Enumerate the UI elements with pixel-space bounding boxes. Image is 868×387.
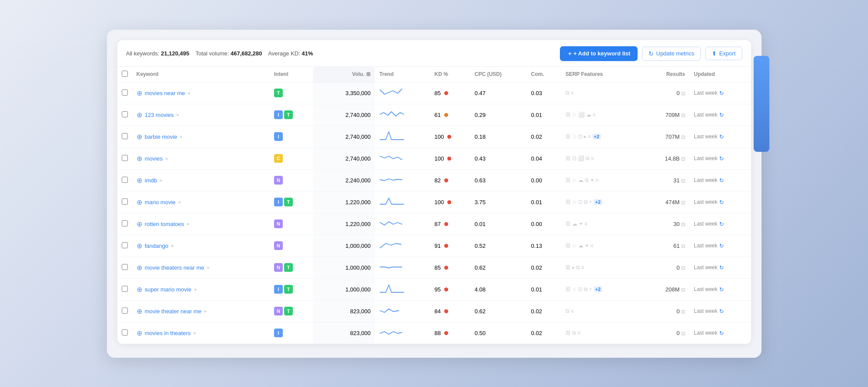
row-refresh-icon[interactable]: ↻	[719, 177, 724, 184]
serp-plus-badge: +2	[592, 134, 601, 140]
kd-cell: 100	[430, 126, 470, 147]
keyword-link[interactable]: fandango	[145, 243, 168, 249]
select-all-checkbox[interactable]	[122, 71, 128, 77]
serp-icon-pages: ⧉	[566, 308, 570, 314]
serp-icon-twitter: ✦	[579, 221, 583, 227]
serp-icon-star: ☆	[572, 199, 577, 205]
row-checkbox[interactable]	[122, 177, 128, 183]
row-checkbox-cell	[117, 191, 132, 213]
export-button[interactable]: ⬆ Export	[705, 47, 742, 60]
row-checkbox[interactable]	[122, 199, 128, 205]
row-refresh-icon[interactable]: ↻	[719, 264, 724, 271]
add-keyword-icon[interactable]: ⊕	[137, 220, 142, 228]
add-keyword-icon[interactable]: ⊕	[137, 285, 142, 294]
intent-cell: IT	[270, 104, 313, 126]
keyword-link[interactable]: movies	[145, 155, 163, 162]
row-checkbox[interactable]	[122, 242, 128, 248]
row-refresh-icon[interactable]: ↻	[719, 330, 724, 336]
serp-icon-link: ⛓	[566, 199, 571, 205]
row-refresh-icon[interactable]: ↻	[719, 286, 724, 293]
intent-badge-T: T	[284, 285, 293, 294]
row-checkbox[interactable]	[122, 286, 128, 292]
keyword-expand-icon: »	[193, 330, 196, 336]
th-keyword: Keyword	[132, 67, 270, 82]
updated-cell: Last week ↻	[690, 191, 751, 213]
row-checkbox[interactable]	[122, 220, 128, 226]
volume-cell: 823,000	[313, 300, 375, 322]
keyword-link[interactable]: movie theaters near me	[145, 264, 205, 271]
row-checkbox[interactable]	[122, 133, 128, 139]
keyword-link[interactable]: movies near me	[145, 90, 185, 96]
com-cell: 0.13	[527, 235, 561, 257]
table-row: ⊕ movies » C 2,740,000 100 0.43 0.04 ⛓⊡⬜…	[117, 147, 751, 169]
keyword-link[interactable]: mario movie	[145, 199, 176, 205]
row-checkbox[interactable]	[122, 329, 128, 336]
updated-cell: Last week ↻	[690, 82, 751, 104]
volume-filter-icon[interactable]: ⊞	[366, 71, 371, 77]
row-refresh-icon[interactable]: ↻	[719, 134, 724, 140]
kd-dot	[444, 178, 448, 182]
updated-cell: Last week ↻	[690, 213, 751, 235]
row-refresh-icon[interactable]: ↻	[719, 199, 724, 205]
serp-icon-plus: +	[589, 199, 592, 205]
add-keyword-icon[interactable]: ⊕	[137, 307, 142, 315]
add-to-keyword-list-button[interactable]: ＋ + Add to keyword list	[560, 46, 638, 61]
keyword-link[interactable]: movies in theaters	[145, 330, 191, 336]
keyword-link[interactable]: barbie movie	[145, 134, 177, 140]
kd-cell: 84	[430, 300, 470, 322]
add-keyword-icon[interactable]: ⊕	[137, 264, 142, 272]
keyword-expand-icon: »	[207, 265, 209, 270]
kd-dot	[444, 309, 448, 313]
add-keyword-icon[interactable]: ⊕	[137, 133, 142, 141]
row-refresh-icon[interactable]: ↻	[719, 308, 724, 315]
serp-icon-cloud: ☁	[586, 112, 591, 118]
add-keyword-icon[interactable]: ⊕	[137, 111, 142, 119]
trend-cell	[375, 257, 430, 278]
table-row: ⊕ movie theaters near me » NT 1,000,000 …	[117, 257, 751, 278]
row-checkbox[interactable]	[122, 308, 128, 314]
serp-cell: ⛓☆⊡⧉++2	[561, 191, 644, 213]
add-keyword-icon[interactable]: ⊕	[137, 89, 142, 97]
results-cell: 14,8B ⊡	[644, 147, 690, 169]
updated-text: Last week	[694, 221, 717, 227]
add-keyword-icon[interactable]: ⊕	[137, 198, 142, 206]
add-keyword-icon[interactable]: ⊕	[137, 176, 142, 185]
row-refresh-icon[interactable]: ↻	[719, 243, 724, 249]
update-metrics-button[interactable]: ↻ Update metrics	[642, 47, 701, 61]
keyword-link[interactable]: 123 movies	[145, 112, 174, 118]
keyword-cell: ⊕ movie theater near me »	[132, 300, 270, 322]
keyword-expand-icon: »	[204, 308, 207, 314]
intent-cell: IT	[270, 191, 313, 213]
row-checkbox[interactable]	[122, 89, 128, 96]
export-icon: ⬆	[712, 50, 717, 57]
results-cell: 709M ⊡	[644, 104, 690, 126]
intent-badge-T: T	[284, 307, 293, 315]
row-checkbox[interactable]	[122, 155, 128, 161]
keyword-link[interactable]: movie theater near me	[145, 308, 202, 315]
cpc-cell: 0.63	[470, 169, 526, 191]
add-keyword-icon[interactable]: ⊕	[137, 154, 142, 163]
serp-icon-cloud: ☁	[578, 177, 583, 183]
row-refresh-icon[interactable]: ↻	[719, 155, 724, 162]
add-keyword-icon[interactable]: ⊕	[137, 242, 142, 250]
row-refresh-icon[interactable]: ↻	[719, 221, 724, 227]
volume-cell: 3,350,000	[313, 82, 375, 104]
keyword-cell: ⊕ barbie movie »	[132, 126, 270, 147]
serp-icon-star: ☆	[572, 243, 577, 249]
serp-icon-star: ☆	[572, 134, 577, 140]
serp-features: ⛓▸⧉≡	[566, 264, 639, 271]
kd-cell: 88	[430, 322, 470, 344]
keyword-link[interactable]: imdb	[145, 177, 157, 184]
serp-icon-chat: ⬜	[578, 155, 584, 161]
serp-icon-list: ≡	[593, 112, 596, 118]
intent-badge-I: I	[274, 132, 283, 141]
row-checkbox[interactable]	[122, 264, 128, 270]
row-refresh-icon[interactable]: ↻	[719, 112, 724, 118]
keyword-link[interactable]: super mario movie	[145, 286, 192, 293]
row-refresh-icon[interactable]: ↻	[719, 90, 724, 96]
add-icon: ＋	[567, 50, 573, 58]
add-keyword-icon[interactable]: ⊕	[137, 329, 142, 337]
row-checkbox[interactable]	[122, 111, 128, 117]
results-cell: 707M ⊡	[644, 126, 690, 147]
keyword-link[interactable]: rotten tomatoes	[145, 221, 184, 227]
